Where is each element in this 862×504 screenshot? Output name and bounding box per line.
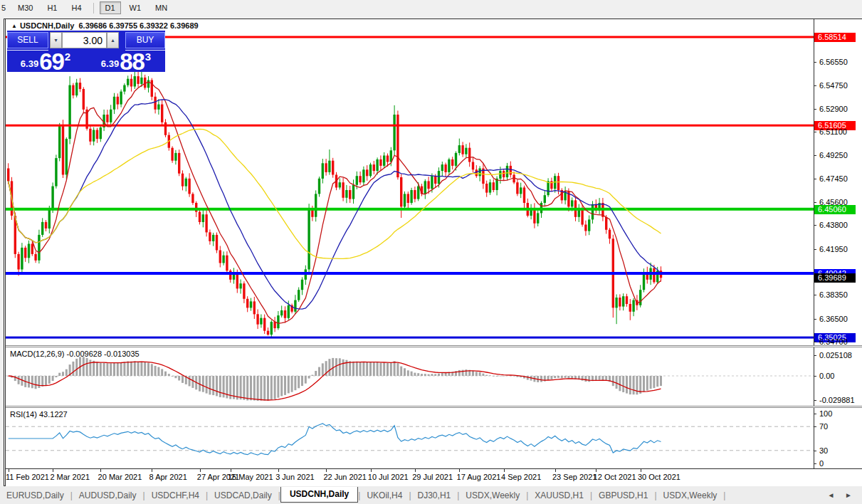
axis-label: 6.36500 [819, 315, 848, 324]
tab-audusd-daily[interactable]: AUDUSD,Daily [73, 488, 143, 503]
time-axis-tick [415, 469, 416, 472]
axis-label: 6.43800 [819, 221, 848, 230]
tab-gbpusd-h1[interactable]: GBPUSD,H1 [592, 488, 654, 503]
axis-label: 6.54750 [819, 81, 848, 90]
tab-separator: | [723, 490, 725, 500]
lot-increase-button[interactable]: ▴ [107, 32, 119, 48]
axis-label: 6.47450 [819, 174, 848, 184]
timeframe-toolbar: 5M30H1H4D1W1MN [0, 0, 862, 16]
timeframe-button-w1[interactable]: W1 [124, 1, 147, 14]
sell-price-sup: 2 [65, 51, 70, 63]
time-axis-tick [9, 469, 9, 472]
date-label: 12 Oct 2021 [594, 473, 636, 481]
rsi-label: RSI(14) 43.1227 [10, 410, 68, 419]
timeframe-button-mn[interactable]: MN [149, 1, 173, 14]
rsi-chart[interactable] [6, 408, 814, 468]
buy-price[interactable]: 6.39883 [87, 51, 165, 72]
chart-ohlc-values: 6.39686 6.39755 6.39322 6.39689 [78, 21, 198, 30]
date-label: 17 Aug 2021 [457, 473, 501, 481]
lot-size-input[interactable] [62, 32, 107, 48]
tab-usdcad-daily[interactable]: USDCAD,Daily [208, 488, 278, 503]
buy-price-small: 6.39 [101, 58, 119, 69]
sell-price-small: 6.39 [21, 58, 38, 69]
axis-tick [814, 414, 816, 414]
time-axis-tick [326, 469, 327, 472]
tab-xauusd-h1[interactable]: XAUUSD,H1 [528, 488, 590, 503]
date-label: 23 Sep 2021 [552, 473, 596, 481]
axis-tick [814, 109, 816, 110]
axis-tick [814, 155, 816, 156]
timeframe-button-5[interactable]: 5 [0, 1, 9, 14]
macd-label: MACD(12,26,9) -0.009628 -0.013035 [10, 350, 140, 358]
time-axis-tick [641, 469, 641, 472]
one-click-trade-panel: SELL ▾ ▴ BUY 6.39692 6.39883 [7, 31, 165, 72]
tab-ukoil-h4[interactable]: UKOil,H4 [360, 488, 409, 503]
time-axis-tick [231, 469, 231, 472]
axis-label: 0.025108 [819, 351, 852, 360]
axis-tick [814, 319, 816, 320]
time-axis-tick [200, 469, 201, 472]
price-axis[interactable]: 6.585146.565506.547506.529006.516056.511… [814, 19, 862, 468]
timeframe-button-d1[interactable]: D1 [100, 1, 121, 14]
chart-title: ▲USDCNH,Daily 6.39686 6.39755 6.39322 6.… [11, 21, 199, 30]
timeframe-button-h4[interactable]: H4 [65, 1, 87, 14]
toolbar-separator [93, 3, 94, 14]
time-axis-tick [100, 469, 101, 472]
tab-dj30-h1[interactable]: DJ30,H1 [411, 488, 458, 503]
time-axis-tick [596, 469, 596, 472]
axis-label: 30 [819, 446, 828, 456]
axis-label: 6.56550 [819, 58, 848, 67]
axis-tick [814, 295, 816, 295]
time-axis-tick [152, 469, 152, 472]
date-label: 29 Jul 2021 [412, 473, 453, 481]
axis-label: 6.49250 [819, 151, 848, 160]
axis-label: 6.51100 [819, 127, 847, 137]
sell-price-big: 69 [39, 52, 64, 71]
tab-eurusd-daily[interactable]: EURUSD,Daily [0, 488, 70, 503]
axis-label: 0.00 [819, 372, 834, 381]
sell-button[interactable]: SELL [7, 32, 48, 48]
axis-tick [814, 225, 816, 226]
timeframe-button-m30[interactable]: M30 [12, 1, 38, 14]
buy-price-sup: 3 [145, 51, 151, 63]
sell-price[interactable]: 6.39692 [7, 51, 84, 72]
mt4-screen: 5M30H1H4D1W1MN ▲USDCNH,Daily 6.39686 6.3… [0, 0, 862, 504]
tab-usdx-weekly[interactable]: USDX,Weekly [657, 488, 724, 503]
lot-decrease-button[interactable]: ▾ [50, 32, 62, 48]
time-axis-tick [504, 469, 505, 472]
tab-usdchf-h4[interactable]: USDCHF,H4 [145, 488, 206, 503]
time-axis-tick [278, 469, 279, 472]
chart-window: ▲USDCNH,Daily 6.39686 6.39755 6.39322 6.… [4, 19, 862, 486]
date-label: 22 Jun 2021 [323, 473, 367, 481]
timeframe-button-h1[interactable]: H1 [41, 1, 63, 14]
axis-tick [814, 400, 816, 401]
pane-divider-macd[interactable] [6, 345, 862, 347]
pane-divider-rsi[interactable] [6, 406, 862, 408]
axis-label: 100 [819, 409, 832, 419]
tab-scroll-arrows[interactable]: ◄ ► [827, 491, 856, 499]
tab-usdx-weekly[interactable]: USDX,Weekly [459, 488, 526, 503]
rsi-pane[interactable] [6, 408, 814, 468]
buy-button[interactable]: BUY [125, 32, 165, 48]
axis-tick [814, 355, 816, 356]
axis-tick [814, 451, 816, 451]
axis-label: -0.029881 [819, 396, 855, 405]
date-label: 2 Mar 2021 [50, 473, 90, 481]
axis-tick [814, 85, 816, 86]
axis-label: 6.52900 [819, 105, 848, 114]
axis-tick [814, 179, 816, 179]
date-label: 11 Feb 2021 [6, 473, 49, 481]
date-label: 8 Apr 2021 [149, 473, 187, 481]
tab-usdcnh-daily[interactable]: USDCNH,Daily [280, 487, 358, 503]
chart-tabs-bar: EURUSD,Daily|AUDUSD,Daily|USDCHF,H4|USDC… [0, 486, 862, 504]
axis-label: 70 [819, 422, 828, 431]
time-axis-tick [53, 469, 53, 472]
time-axis[interactable]: 11 Feb 20212 Mar 202120 Mar 20218 Apr 20… [6, 468, 862, 486]
symbol-arrow-icon: ▲ [11, 23, 17, 29]
axis-tick [814, 62, 816, 63]
axis-tick [814, 426, 816, 427]
axis-tick [814, 342, 816, 342]
date-label: 4 Sep 2021 [501, 473, 541, 481]
axis-tick [814, 376, 816, 377]
axis-label: 6.41950 [819, 245, 848, 254]
